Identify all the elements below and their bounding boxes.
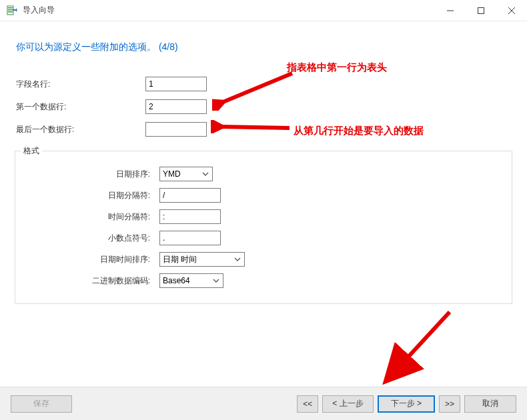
svg-line-9 xyxy=(220,127,290,128)
last-data-row-label: 最后一个数据行: xyxy=(16,124,145,135)
field-name-row-label: 字段名行: xyxy=(16,79,145,90)
first-button[interactable]: << xyxy=(297,395,318,413)
maximize-button[interactable] xyxy=(466,0,496,21)
time-delimiter-input[interactable] xyxy=(159,209,221,224)
close-button[interactable] xyxy=(496,0,527,21)
date-order-value: YMD xyxy=(163,169,181,179)
save-button[interactable]: 保存 xyxy=(11,395,72,413)
format-legend: 格式 xyxy=(21,145,42,157)
first-data-row-input[interactable] xyxy=(145,99,207,114)
svg-rect-5 xyxy=(478,8,484,14)
time-delimiter-label: 时间分隔符: xyxy=(15,211,159,223)
minimize-button[interactable] xyxy=(435,0,466,21)
binary-encoding-value: Base64 xyxy=(163,276,190,285)
annotation-note-2: 从第几行开始是要导入的数据 xyxy=(294,125,424,137)
prev-button[interactable]: < 上一步 xyxy=(322,395,373,413)
last-data-row-input[interactable] xyxy=(145,122,207,137)
svg-rect-3 xyxy=(8,11,13,13)
date-order-select[interactable]: YMD xyxy=(159,167,213,181)
button-bar: 保存 << < 上一步 下一步 > >> 取消 xyxy=(0,387,527,420)
window-title: 导入向导 xyxy=(23,5,435,16)
content-area: 你可以为源定义一些附加的选项。 (4/8) 字段名行: 第一个数据行: 最后一个… xyxy=(0,21,527,387)
decimal-symbol-input[interactable] xyxy=(159,231,221,245)
svg-line-10 xyxy=(387,312,450,380)
format-fieldset: 格式 日期排序: YMD 日期分隔符: 时间分隔符: 小数点符号: 日期时间排序… xyxy=(15,151,512,304)
datetime-order-select[interactable]: 日期 时间 xyxy=(159,252,245,267)
annotation-note-1: 指表格中第一行为表头 xyxy=(287,61,387,74)
page-instruction: 你可以为源定义一些附加的选项。 (4/8) xyxy=(0,21,527,53)
date-delimiter-input[interactable] xyxy=(159,188,221,203)
binary-encoding-label: 二进制数据编码: xyxy=(15,275,159,287)
annotation-arrow-3 xyxy=(371,308,458,388)
binary-encoding-row: 二进制数据编码: Base64 xyxy=(15,270,512,291)
annotation-arrow-1 xyxy=(212,69,299,111)
cancel-button[interactable]: 取消 xyxy=(464,395,516,413)
decimal-symbol-row: 小数点符号: xyxy=(15,227,512,249)
titlebar: 导入向导 xyxy=(0,0,527,21)
svg-rect-1 xyxy=(8,7,13,9)
date-order-row: 日期排序: YMD xyxy=(15,163,512,185)
svg-rect-2 xyxy=(8,9,13,11)
date-delimiter-row: 日期分隔符: xyxy=(15,185,512,206)
time-delimiter-row: 时间分隔符: xyxy=(15,206,512,227)
annotation-arrow-2 xyxy=(211,120,295,133)
date-delimiter-label: 日期分隔符: xyxy=(15,190,159,201)
last-button[interactable]: >> xyxy=(439,395,460,413)
next-button[interactable]: 下一步 > xyxy=(378,395,435,413)
datetime-order-value: 日期 时间 xyxy=(163,254,197,265)
date-order-label: 日期排序: xyxy=(15,169,159,180)
decimal-symbol-label: 小数点符号: xyxy=(15,233,159,244)
datetime-order-label: 日期时间排序: xyxy=(15,254,159,265)
field-name-row-input[interactable] xyxy=(145,77,207,91)
datetime-order-row: 日期时间排序: 日期 时间 xyxy=(15,249,512,270)
chevron-down-icon xyxy=(232,254,243,265)
chevron-down-icon xyxy=(211,275,221,286)
app-icon xyxy=(7,5,17,16)
window-controls xyxy=(435,0,527,21)
binary-encoding-select[interactable]: Base64 xyxy=(159,273,223,288)
chevron-down-icon xyxy=(200,169,211,179)
svg-line-8 xyxy=(221,73,292,103)
first-data-row-label: 第一个数据行: xyxy=(16,101,145,113)
